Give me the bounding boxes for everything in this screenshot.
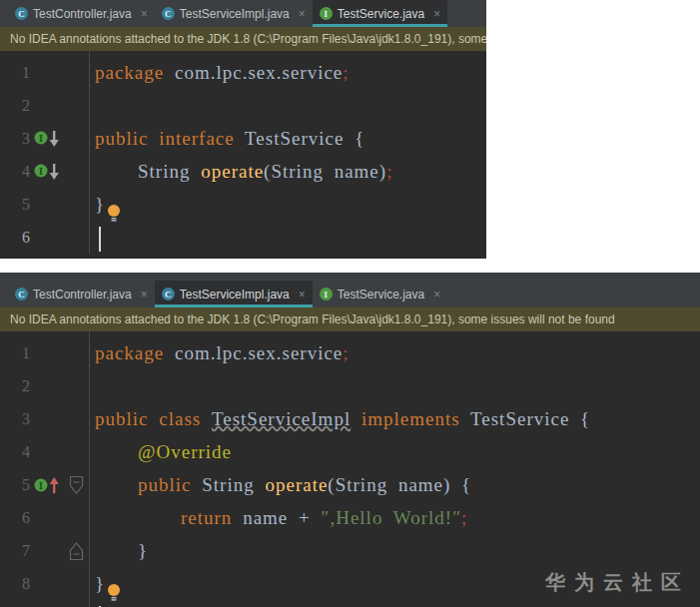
code-token: (String name) [264, 161, 386, 183]
code-line: 3Ipublic interface TestService { [0, 122, 486, 155]
line-number: 4 [0, 163, 30, 181]
class-icon: C [15, 7, 28, 20]
screenshot-root: { "app": { "watermark": "华为云社区" }, "colo… [0, 0, 700, 607]
code-text: package com.lpc.sex.service; [89, 342, 350, 364]
code-line: 1package com.lpc.sex.service; [0, 56, 486, 89]
lightbulb-icon[interactable] [107, 204, 121, 222]
class-icon: C [15, 288, 28, 301]
close-icon[interactable]: × [299, 8, 306, 20]
code-token: TestService { [235, 128, 365, 150]
code-text [89, 603, 101, 607]
svg-text:I: I [39, 132, 43, 143]
code-line: 6 return name + ″,Hello World!″; [0, 501, 700, 534]
code-line: 1package com.lpc.sex.service; [0, 336, 700, 369]
line-number: 3 [0, 130, 30, 148]
fold-start-icon[interactable] [64, 475, 89, 495]
tab-testcontroller-java[interactable]: CTestController.java× [8, 281, 155, 307]
code-token: package [95, 342, 164, 364]
code-text: String operate(String name); [89, 161, 392, 183]
code-token: implements [350, 408, 459, 430]
tab-testservice-java[interactable]: ITestService.java× [313, 0, 447, 27]
tab-label: TestService.java [338, 288, 424, 302]
tab-bar: CTestController.java×CTestServiceImpl.ja… [0, 0, 486, 27]
line-number: 8 [0, 575, 30, 593]
lightbulb-icon[interactable] [107, 583, 121, 601]
line-number: 3 [0, 410, 30, 428]
close-icon[interactable]: × [433, 8, 440, 20]
close-icon[interactable]: × [141, 289, 148, 301]
tab-label: TestService.java [338, 7, 424, 21]
code-token: ; [461, 507, 467, 529]
code-token: ″,Hello World!″ [322, 507, 462, 529]
code-token: public interface [95, 128, 235, 150]
code-token: } [95, 194, 105, 216]
editor-window-top: CTestController.java×CTestServiceImpl.ja… [0, 0, 486, 259]
caret [99, 227, 101, 252]
code-token: TestService { [460, 408, 591, 430]
svg-text:I: I [39, 165, 43, 176]
code-token: com.lpc.sex.service [164, 342, 343, 364]
line-number: 2 [0, 377, 30, 395]
class-icon: C [162, 7, 175, 20]
tab-testcontroller-java[interactable]: CTestController.java× [8, 0, 155, 27]
svg-text:I: I [39, 479, 43, 490]
close-icon[interactable]: × [299, 289, 306, 301]
tab-label: TestServiceImpl.java [180, 7, 290, 21]
line-number: 4 [0, 443, 30, 461]
jdk-annotations-warning-banner: No IDEA annotations attached to the JDK … [0, 27, 486, 51]
code-token: package [95, 62, 164, 84]
code-token: ; [343, 342, 349, 364]
code-token: name + [232, 507, 321, 529]
line-number: 1 [0, 344, 30, 362]
code-text: return name + ″,Hello World!″; [89, 507, 467, 529]
code-line: 5} [0, 188, 486, 221]
interface-implemented-icon[interactable]: I [30, 130, 64, 148]
code-editor[interactable]: 1package com.lpc.sex.service;23Ipublic i… [0, 51, 486, 254]
line-number: 1 [0, 64, 30, 82]
code-line: 3public class TestServiceImpl implements… [0, 402, 700, 435]
method-overrides-icon[interactable]: I [30, 476, 64, 494]
close-icon[interactable]: × [433, 289, 440, 301]
code-token [95, 441, 138, 463]
tab-label: TestServiceImpl.java [180, 288, 290, 302]
code-line: 4I String operate(String name); [0, 155, 486, 188]
tab-label: TestController.java [33, 7, 132, 21]
code-token: } [95, 540, 148, 562]
code-line: 5I public String operate(String name) { [0, 468, 700, 501]
line-number: 2 [0, 97, 30, 115]
tab-testserviceimpl-java[interactable]: CTestServiceImpl.java× [155, 281, 313, 307]
code-text: public interface TestService { [89, 128, 364, 150]
code-line: 6 [0, 221, 486, 254]
line-number: 5 [0, 196, 30, 214]
code-token: TestServiceImpl [212, 408, 350, 430]
line-number: 6 [0, 509, 30, 527]
interface-implemented-icon[interactable]: I [30, 163, 64, 181]
code-line: 4 @Override [0, 435, 700, 468]
code-text: } [89, 540, 148, 562]
line-number: 6 [0, 229, 30, 247]
code-token: String [192, 474, 266, 496]
line-number: 7 [0, 542, 30, 560]
code-token: } [95, 573, 105, 595]
fold-end-icon[interactable] [64, 541, 89, 561]
tab-bar: CTestController.java×CTestServiceImpl.ja… [0, 281, 700, 307]
tab-testservice-java[interactable]: ITestService.java× [313, 281, 447, 307]
code-text: package com.lpc.sex.service; [89, 62, 350, 84]
code-token: operate [265, 474, 328, 496]
code-editor[interactable]: 1package com.lpc.sex.service;23public cl… [0, 331, 700, 607]
class-icon: C [162, 288, 175, 301]
code-token: return [95, 507, 232, 529]
code-line [0, 600, 700, 607]
code-token: operate [201, 161, 264, 183]
tab-testserviceimpl-java[interactable]: CTestServiceImpl.java× [155, 0, 313, 27]
code-token: @Override [138, 441, 232, 463]
close-icon[interactable]: × [141, 8, 148, 20]
code-text: @Override [89, 441, 232, 463]
code-token: ; [386, 161, 392, 183]
code-token: com.lpc.sex.service [164, 62, 343, 84]
code-line: 2 [0, 89, 486, 122]
interface-icon: I [320, 7, 333, 20]
code-token: public class [95, 408, 212, 430]
window-header-strip [0, 273, 700, 281]
line-number: 5 [0, 476, 30, 494]
